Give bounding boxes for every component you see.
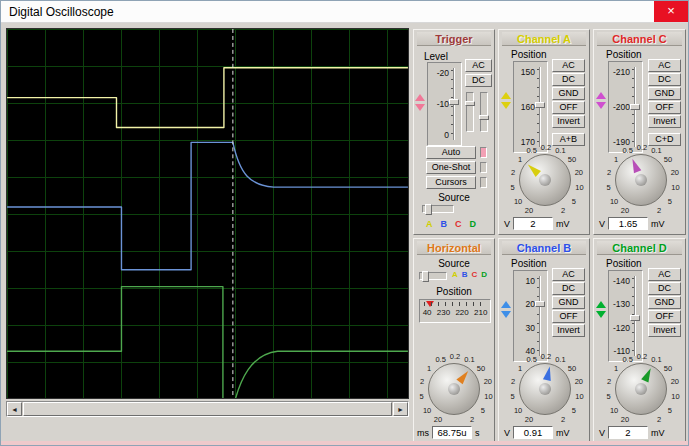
knob-scale-label: 0.2 [637, 143, 647, 152]
time-div-knob[interactable]: 20105210.50.20.150201052 [428, 363, 480, 415]
channel-a-invert-button[interactable]: Invert [552, 115, 585, 128]
slider-thumb[interactable] [449, 99, 459, 105]
close-button[interactable]: × [654, 1, 688, 22]
horizontal-panel-title: Horizontal [417, 241, 491, 255]
channel-b-dc-button[interactable]: DC [552, 282, 585, 295]
trigger-dc-button[interactable]: DC [465, 74, 492, 87]
source-channel-a[interactable]: A [452, 270, 458, 279]
channel-d-position-slider[interactable]: -140 -130 -120 -110 [608, 270, 643, 362]
knob-scale-label: 0.1 [651, 355, 661, 364]
trigger-source-slider[interactable] [422, 205, 454, 213]
channel-a-scale-knob[interactable]: 20105210.50.20.150201052 [519, 154, 571, 206]
knob-scale-label: 10 [484, 391, 492, 400]
slider-thumb[interactable] [479, 115, 489, 120]
source-channel-a[interactable]: A [426, 219, 433, 229]
trigger-slope-slider-1[interactable] [466, 92, 474, 132]
channel-b-gnd-button[interactable]: GND [552, 296, 585, 309]
channel-d-off-button[interactable]: OFF [648, 310, 681, 323]
auto-indicator[interactable] [480, 147, 487, 158]
arrow-down-icon [415, 104, 425, 111]
slider-thumb[interactable] [535, 301, 545, 307]
trigger-ac-button[interactable]: AC [465, 59, 492, 72]
cursors-indicator[interactable] [480, 177, 487, 188]
scroll-right-icon[interactable]: ► [393, 402, 408, 416]
knob-scale-label: 1 [614, 155, 618, 164]
channel-c-invert-button[interactable]: Invert [648, 115, 681, 128]
readout-left-unit: ms [417, 428, 429, 438]
knob-scale-label: 2 [470, 415, 474, 424]
channel-d-dc-button[interactable]: DC [648, 282, 681, 295]
time-div-value: 68.75u [432, 426, 472, 439]
slider-thumb[interactable] [425, 204, 432, 215]
channel-b-ac-button[interactable]: AC [552, 268, 585, 281]
knob-scale-label: 1 [518, 155, 522, 164]
channel-a-off-button[interactable]: OFF [552, 101, 585, 114]
oneshot-indicator[interactable] [480, 162, 487, 173]
position-label: Position [511, 49, 547, 60]
channel-d-gnd-button[interactable]: GND [648, 296, 681, 309]
channel-c-dc-button[interactable]: DC [648, 73, 681, 86]
trigger-cursors-button[interactable]: Cursors [426, 176, 476, 189]
knob-scale-label: 50 [477, 364, 485, 373]
position-label: Position [606, 49, 642, 60]
trigger-auto-button[interactable]: Auto [426, 146, 476, 159]
source-channel-b[interactable]: B [462, 270, 468, 279]
readout-right-unit: mV [556, 219, 570, 229]
knob-scale-label: 10 [514, 196, 522, 205]
channel-a-position-slider[interactable]: 150 160 170 [513, 61, 548, 153]
source-channel-d[interactable]: D [481, 270, 487, 279]
channel-c-ac-button[interactable]: AC [648, 59, 681, 72]
horizontal-source-slider[interactable] [419, 272, 447, 280]
source-channel-b[interactable]: B [441, 219, 448, 229]
channel-d-scale-knob[interactable]: 20105210.50.20.150201052 [615, 363, 667, 415]
knob-cap [539, 174, 551, 186]
arrow-up-icon [415, 94, 425, 101]
channel-a-position-arrows[interactable] [501, 92, 511, 109]
trigger-level-slider[interactable]: -20 -10 0 [427, 62, 462, 146]
channel-b-position-arrows[interactable] [501, 301, 511, 318]
channel-b-position-slider[interactable]: 10 20 30 40 [513, 270, 548, 362]
channel-c-position-arrows[interactable] [596, 92, 606, 109]
knob-scale-label: 0.1 [464, 355, 474, 364]
slider-scale: -140 -130 -120 -110 [611, 276, 630, 356]
window-bottom-edge [1, 441, 688, 445]
channel-c-position-slider[interactable]: -210 -200 -190 [608, 61, 643, 153]
knob-scale-label: 10 [575, 391, 583, 400]
channel-d-scale-value: 2 [608, 426, 648, 439]
channel-a-dc-button[interactable]: DC [552, 73, 585, 86]
channel-a-aplusb-button[interactable]: A+B [552, 133, 585, 146]
slider-thumb[interactable] [465, 101, 475, 106]
scale-label: -120 [611, 323, 630, 333]
position-scale: 40 230 220 210 [420, 308, 490, 317]
channel-c-scale-knob[interactable]: 20105210.50.20.150201052 [615, 154, 667, 206]
scroll-left-icon[interactable]: ◄ [7, 402, 22, 416]
channel-b-off-button[interactable]: OFF [552, 310, 585, 323]
source-channel-c[interactable]: C [472, 270, 478, 279]
channel-c-gnd-button[interactable]: GND [648, 87, 681, 100]
channel-b-scale-knob[interactable]: 20105210.50.20.150201052 [519, 363, 571, 415]
channel-c-cplusd-button[interactable]: C+D [648, 133, 681, 146]
trigger-oneshot-button[interactable]: One-Shot [426, 161, 476, 174]
arrow-up-icon [501, 92, 511, 99]
channel-d-ac-button[interactable]: AC [648, 268, 681, 281]
channel-b-invert-button[interactable]: Invert [552, 324, 585, 337]
slider-thumb[interactable] [422, 271, 429, 282]
trigger-level-arrows[interactable] [415, 94, 425, 111]
slider-thumb[interactable] [630, 315, 640, 321]
channel-d-position-arrows[interactable] [596, 301, 606, 318]
knob-scale-label: 2 [607, 377, 611, 386]
knob-scale-label: 2 [511, 377, 515, 386]
slider-thumb[interactable] [535, 102, 545, 108]
source-channel-d[interactable]: D [470, 219, 477, 229]
slider-thumb[interactable] [630, 104, 640, 110]
horizontal-position-display[interactable]: 40 230 220 210 [419, 299, 491, 323]
slider-scale: -20 -10 0 [430, 68, 449, 140]
trigger-slope-slider-2[interactable] [480, 92, 488, 132]
horizontal-scrollbar[interactable]: ◄ ► [6, 401, 409, 417]
channel-c-off-button[interactable]: OFF [648, 101, 681, 114]
scrollbar-thumb[interactable] [23, 402, 392, 416]
source-channel-c[interactable]: C [455, 219, 462, 229]
channel-a-ac-button[interactable]: AC [552, 59, 585, 72]
channel-a-gnd-button[interactable]: GND [552, 87, 585, 100]
channel-d-invert-button[interactable]: Invert [648, 324, 681, 337]
